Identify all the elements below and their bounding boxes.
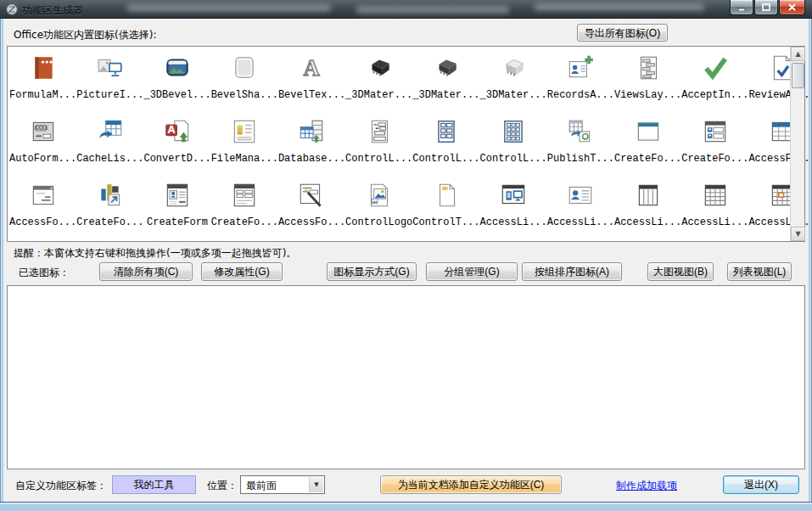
icon-item-bevel-text[interactable]: ABevelTex... xyxy=(278,48,345,112)
add-custom-ribbon-button[interactable]: 为当前文档添加自定义功能区(C) xyxy=(380,475,562,494)
group-manage-button[interactable]: 分组管理(G) xyxy=(426,262,518,281)
reminder-text: 提醒：本窗体支持右键和拖拽操作(一项或多项一起拖拽皆可)。 xyxy=(14,246,296,261)
make-addin-link[interactable]: 制作成加载项 xyxy=(616,479,677,493)
icon-item-control-list-a[interactable]: ControlL... xyxy=(345,112,412,176)
icon-item-material-black[interactable]: _3DMater... xyxy=(345,48,412,112)
access-list-grid-icon xyxy=(701,181,730,212)
icon-label: AccessFo... xyxy=(278,216,345,228)
icon-item-file-manage[interactable]: FileMana... xyxy=(211,112,278,176)
icon-item-publish-table[interactable]: PublishT... xyxy=(547,112,614,176)
convert-db-icon: A xyxy=(163,117,192,149)
icon-label: ConvertD... xyxy=(143,153,210,165)
icon-item-views-layout[interactable]: ViewsLay... xyxy=(614,48,681,112)
icon-item-convert-db[interactable]: AConvertD... xyxy=(143,112,210,176)
sort-by-group-button[interactable]: 按组排序图标(A) xyxy=(522,262,622,281)
edit-properties-button[interactable]: 修改属性(G) xyxy=(201,262,283,281)
icon-label: _3DMater... xyxy=(480,89,547,101)
access-list-devices-icon xyxy=(499,181,528,212)
icon-label: ControlLogo xyxy=(345,216,412,228)
icon-item-auto-format[interactable]: XXXXAutoForm... xyxy=(9,112,76,176)
custom-tab-input[interactable] xyxy=(112,475,196,494)
icon-item-control-tab[interactable]: ControlT... xyxy=(412,176,479,239)
icon-item-material-silver[interactable]: _3DMater... xyxy=(480,48,547,112)
icon-display-mode-button[interactable]: 图标显示方式(G) xyxy=(327,262,417,281)
control-list-b-icon xyxy=(432,117,461,149)
icon-item-access-list-contact[interactable]: AccessLi... xyxy=(547,176,614,239)
scroll-up-icon[interactable]: ▲ xyxy=(791,47,805,61)
maximize-button[interactable] xyxy=(754,0,778,15)
icon-item-create-chart[interactable]: CreateFo... xyxy=(76,176,143,239)
icon-item-records-add[interactable]: RecordsA... xyxy=(547,48,614,112)
icon-label: BevelTex... xyxy=(278,89,345,101)
create-chart-icon xyxy=(96,181,125,212)
icon-label: AutoForm... xyxy=(9,153,76,165)
icon-label: FileMana... xyxy=(211,153,278,165)
icon-item-access-list-cols[interactable]: AccessLi... xyxy=(614,176,681,239)
access-form-wand-icon xyxy=(297,181,326,212)
control-list-c-icon xyxy=(499,117,528,149)
icon-item-bevel-shape[interactable]: BevelSha... xyxy=(211,48,278,112)
minimize-button[interactable] xyxy=(730,0,753,15)
create-form-icon xyxy=(163,181,192,212)
icon-label: AccessLi... xyxy=(681,216,748,228)
builtin-icons-list[interactable]: FormulaM...PictureI..._3DBevel...BevelSh… xyxy=(7,46,805,242)
icon-item-access-form-window[interactable]: AccessFo... xyxy=(9,176,76,239)
database-transfer-icon xyxy=(297,117,326,149)
icon-item-picture-insert[interactable]: PictureI... xyxy=(76,48,143,112)
auto-format-icon: XXXX xyxy=(29,117,58,149)
icon-item-control-list-b[interactable]: ControlL... xyxy=(412,112,479,176)
icon-item-database-transfer[interactable]: Database... xyxy=(278,112,345,176)
icon-item-create-form-split[interactable]: CreateFo... xyxy=(211,176,278,239)
icon-label: PictureI... xyxy=(76,89,143,101)
scroll-down-icon[interactable]: ▼ xyxy=(791,227,805,241)
chevron-down-icon[interactable]: ▼ xyxy=(309,477,323,492)
icon-label: BevelSha... xyxy=(211,89,278,101)
titlebar-watermark xyxy=(127,4,331,12)
icon-item-access-list-devices[interactable]: AccessLi... xyxy=(480,176,547,239)
file-manage-icon xyxy=(230,117,259,149)
icon-label: AccessFo... xyxy=(9,216,76,228)
icon-item-cache-list[interactable]: CacheLis... xyxy=(76,112,143,176)
icon-item-material-gray[interactable]: _3DMater... xyxy=(412,48,479,112)
access-form-window-icon xyxy=(29,181,58,212)
selected-icons-panel[interactable] xyxy=(7,285,805,469)
icon-item-access-form-wand[interactable]: AccessFo... xyxy=(278,176,345,239)
svg-text:A: A xyxy=(168,124,176,136)
cache-list-icon xyxy=(96,117,125,149)
large-icon-view-button[interactable]: 大图视图(B) xyxy=(647,262,714,281)
position-select[interactable]: 最前面 ▼ xyxy=(240,475,325,494)
icon-item-bevel-3d-book[interactable]: _3DBevel... xyxy=(143,48,210,112)
icon-item-window-blank[interactable]: CreateFo... xyxy=(614,112,681,176)
formula-book-icon xyxy=(29,53,58,85)
icon-item-access-list-grid[interactable]: AccessLi... xyxy=(681,176,748,239)
window-blank-icon xyxy=(634,117,663,149)
icon-item-accept-check[interactable]: AcceptIn... xyxy=(681,48,748,112)
position-label: 位置： xyxy=(207,479,238,493)
icon-label: CreateFo... xyxy=(76,216,143,228)
icon-label: _3DMater... xyxy=(345,89,412,101)
icon-label: _3DBevel... xyxy=(143,89,210,101)
scrollbar-thumb[interactable] xyxy=(792,63,804,88)
title-bar[interactable]: 功能区生成器 xyxy=(0,0,812,19)
window-title: 功能区生成器 xyxy=(22,3,83,18)
material-silver-icon xyxy=(499,53,528,85)
list-view-button[interactable]: 列表视图(L) xyxy=(727,262,792,281)
icon-label: RecordsA... xyxy=(547,89,614,101)
icon-item-control-logo[interactable]: ControlLogo xyxy=(345,176,412,239)
close-button[interactable] xyxy=(779,0,805,15)
titlebar-watermark xyxy=(535,3,704,11)
clear-all-button[interactable]: 清除所有项(C) xyxy=(99,262,193,281)
custom-tab-label: 自定义功能区标签： xyxy=(15,479,107,493)
icon-item-control-list-c[interactable]: ControlL... xyxy=(480,112,547,176)
icon-item-create-form[interactable]: CreateForm xyxy=(143,176,210,239)
icon-item-formula-book[interactable]: FormulaM... xyxy=(9,48,76,112)
export-all-icons-button[interactable]: 导出所有图标(O) xyxy=(577,24,668,42)
icon-item-window-contacts[interactable]: CreateFo... xyxy=(681,112,748,176)
vertical-scrollbar[interactable]: ▲ ▼ xyxy=(790,47,804,241)
icon-label: ControlT... xyxy=(412,216,479,228)
records-add-icon xyxy=(566,53,595,85)
icon-label: AccessLi... xyxy=(614,216,681,228)
icon-label: Database... xyxy=(278,153,345,165)
exit-button[interactable]: 退出(X) xyxy=(723,475,799,494)
icon-label: _3DMater... xyxy=(412,89,479,101)
